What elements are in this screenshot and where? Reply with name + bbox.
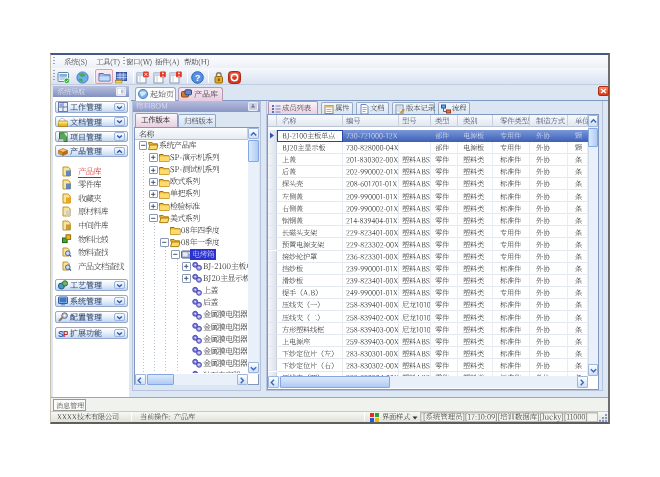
svg-text:P: P	[63, 329, 68, 339]
svg-text:?: ?	[194, 72, 200, 82]
